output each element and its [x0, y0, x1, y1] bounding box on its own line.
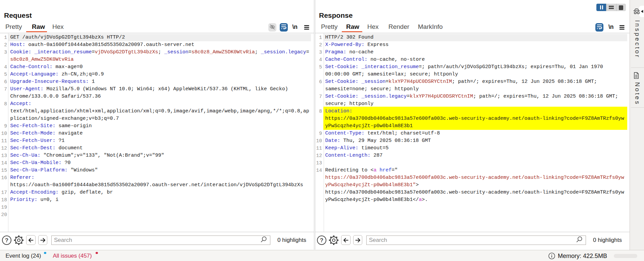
svg-text:?: ? — [5, 237, 8, 244]
svg-text:?: ? — [320, 237, 323, 244]
